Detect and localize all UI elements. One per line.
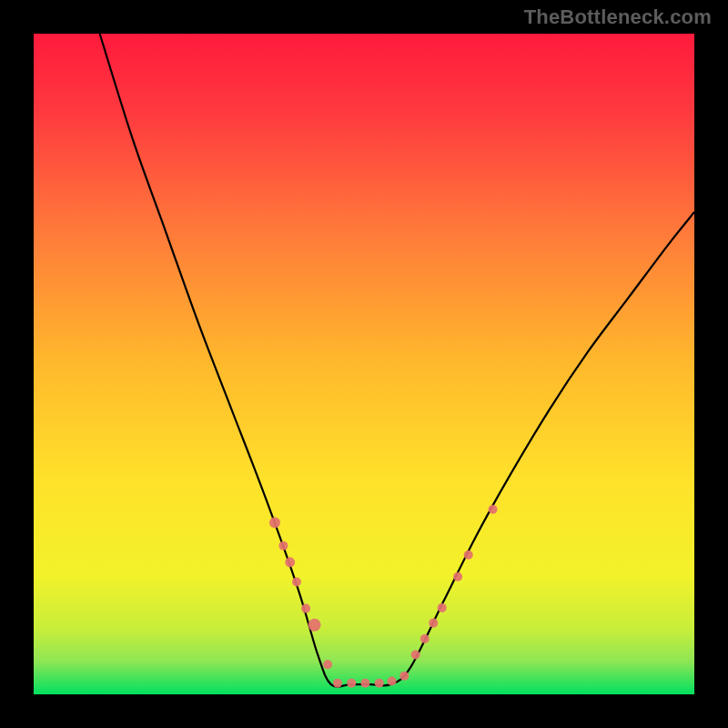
data-marker	[333, 679, 342, 688]
data-marker	[489, 505, 498, 514]
data-marker	[375, 679, 384, 688]
chart-svg	[34, 34, 694, 694]
chart-plot-area	[34, 34, 694, 694]
data-marker	[453, 572, 462, 581]
data-marker	[464, 551, 473, 560]
data-marker	[411, 650, 420, 659]
data-marker	[438, 603, 447, 612]
data-marker	[323, 660, 332, 669]
data-marker	[308, 619, 321, 632]
chart-frame: TheBottleneck.com	[0, 0, 728, 728]
data-marker	[420, 634, 430, 643]
data-marker	[292, 578, 301, 587]
data-marker	[347, 679, 356, 688]
data-marker	[399, 672, 409, 681]
watermark-text: TheBottleneck.com	[524, 5, 712, 29]
data-marker	[360, 679, 369, 688]
data-marker	[301, 604, 310, 613]
data-marker	[269, 517, 280, 528]
data-marker	[285, 557, 295, 567]
gradient-background	[34, 34, 694, 694]
data-marker	[429, 619, 438, 628]
data-marker	[387, 676, 396, 685]
data-marker	[278, 541, 288, 551]
